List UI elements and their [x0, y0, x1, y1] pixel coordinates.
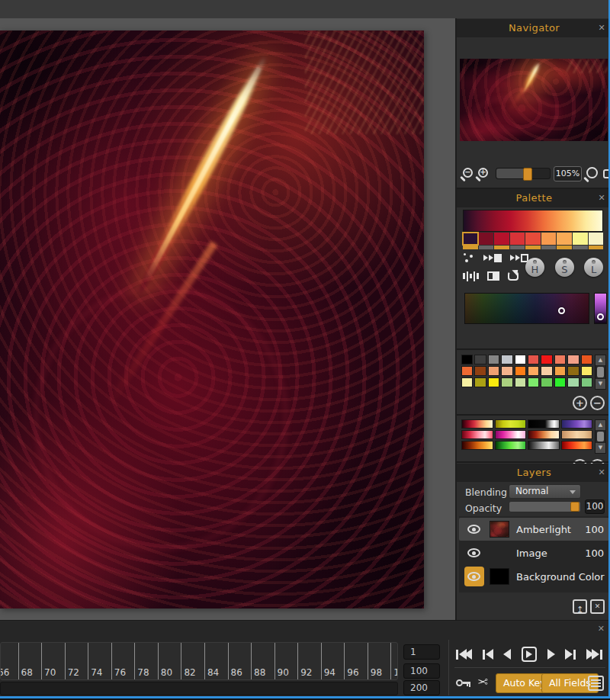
gradient-preset-swatch[interactable]: [528, 430, 560, 439]
color-field-picker[interactable]: [558, 307, 565, 314]
color-swatch[interactable]: [554, 366, 566, 376]
scroll-down-icon[interactable]: ▼: [596, 379, 605, 389]
zoom-slider[interactable]: [496, 168, 551, 179]
color-swatch[interactable]: [541, 377, 552, 387]
equalizer-icon[interactable]: [463, 271, 479, 281]
key-icon[interactable]: [456, 679, 471, 688]
export-layer-icon[interactable]: ↥: [573, 599, 587, 614]
half-fill-icon[interactable]: [487, 271, 499, 281]
opacity-slider-handle[interactable]: [570, 502, 580, 512]
color-swatch[interactable]: [515, 377, 526, 387]
color-swatch[interactable]: [541, 355, 552, 364]
color-swatch[interactable]: [501, 366, 512, 376]
apply-fill-icon[interactable]: [483, 254, 502, 262]
ramp-swatch[interactable]: [557, 233, 572, 245]
color-swatch[interactable]: [581, 377, 592, 387]
palette-close-icon[interactable]: ✕: [596, 189, 607, 207]
timeline-ruler[interactable]: 6668707274767880828486889092949698100: [0, 642, 398, 680]
color-swatch[interactable]: [567, 366, 579, 376]
zoom-value[interactable]: 105%: [554, 166, 582, 181]
play-button[interactable]: [522, 647, 537, 662]
color-swatch[interactable]: [461, 377, 473, 387]
color-swatch[interactable]: [515, 355, 526, 364]
color-swatch[interactable]: [528, 355, 539, 364]
lightness-button[interactable]: L: [584, 258, 603, 277]
color-field[interactable]: [464, 293, 589, 324]
scroll-up-icon[interactable]: ▲: [596, 420, 605, 430]
ramp-swatch[interactable]: [573, 233, 588, 245]
palette-ramp-gradient[interactable]: [463, 210, 603, 232]
keyframe-track[interactable]: [0, 682, 398, 695]
gradient-scrollbar[interactable]: ▲▼: [595, 419, 606, 454]
layers-close-icon[interactable]: ✕: [596, 464, 607, 482]
color-swatch[interactable]: [461, 355, 473, 364]
color-swatch[interactable]: [488, 377, 499, 387]
gradient-preset-swatch[interactable]: [461, 441, 493, 450]
layer-visibility-eye-icon[interactable]: [464, 543, 484, 563]
next-keyframe-button[interactable]: [565, 648, 576, 660]
remove-swatch-button[interactable]: −: [590, 396, 605, 410]
color-swatch[interactable]: [474, 377, 486, 387]
ramp-swatch[interactable]: [510, 233, 525, 245]
gradient-preset-swatch[interactable]: [528, 419, 560, 429]
opacity-slider[interactable]: [509, 501, 581, 512]
color-strip-picker[interactable]: [597, 313, 604, 320]
step-forward-button[interactable]: [547, 648, 555, 660]
gradient-preset-swatch[interactable]: [561, 430, 593, 439]
gradient-preset-swatch[interactable]: [495, 441, 527, 450]
cut-scissors-icon[interactable]: ✂: [477, 674, 488, 689]
canvas-artwork[interactable]: [0, 31, 424, 608]
opacity-value[interactable]: 100: [585, 499, 605, 514]
navigator-thumbnail[interactable]: [460, 59, 608, 141]
ramp-swatch[interactable]: [589, 233, 604, 245]
scatter-dots-icon[interactable]: [463, 252, 475, 263]
gradient-preset-swatch[interactable]: [495, 430, 527, 439]
color-swatch[interactable]: [581, 366, 592, 376]
range-end-field[interactable]: 200: [403, 680, 440, 695]
ramp-swatch[interactable]: [541, 233, 557, 245]
navigator-close-icon[interactable]: ✕: [596, 19, 607, 37]
apply-outline-icon[interactable]: [510, 254, 528, 262]
gradient-preset-swatch[interactable]: [561, 441, 593, 450]
blending-dropdown[interactable]: Normal: [509, 484, 581, 499]
delete-layer-icon[interactable]: ✕: [590, 599, 605, 614]
gradient-preset-swatch[interactable]: [528, 441, 560, 450]
gradient-preset-swatch[interactable]: [461, 419, 493, 429]
saturation-button[interactable]: S: [555, 258, 574, 277]
field-list-icon[interactable]: [588, 676, 604, 691]
ramp-swatch[interactable]: [525, 233, 541, 245]
color-swatch[interactable]: [567, 377, 579, 387]
range-start-field[interactable]: 100: [403, 663, 440, 679]
color-swatch[interactable]: [554, 355, 566, 364]
gradient-preset-swatch[interactable]: [461, 430, 493, 439]
layer-row[interactable]: Amberlight100: [459, 518, 609, 541]
color-swatch[interactable]: [554, 377, 566, 387]
scroll-up-icon[interactable]: ▲: [596, 355, 605, 365]
color-swatch[interactable]: [474, 355, 486, 364]
color-swatch[interactable]: [581, 355, 592, 364]
color-swatch[interactable]: [501, 355, 512, 364]
skip-to-start-button[interactable]: [456, 648, 472, 660]
gradient-preset-swatch[interactable]: [561, 419, 593, 429]
ramp-swatch[interactable]: [479, 233, 494, 245]
layer-row[interactable]: Background Color: [459, 565, 609, 588]
layer-row[interactable]: Image100: [459, 541, 609, 564]
ramp-swatch[interactable]: [463, 233, 478, 245]
skip-to-end-button[interactable]: [586, 648, 602, 660]
color-swatch[interactable]: [515, 366, 526, 376]
color-swatch[interactable]: [461, 366, 473, 376]
layer-visibility-eye-icon[interactable]: [464, 519, 484, 539]
color-swatch[interactable]: [567, 355, 579, 364]
color-swatch[interactable]: [474, 366, 486, 376]
color-swatch[interactable]: [488, 366, 499, 376]
color-swatch[interactable]: [528, 377, 539, 387]
color-swatch[interactable]: [541, 366, 552, 376]
color-swatch[interactable]: [501, 377, 512, 387]
layer-visibility-eye-icon[interactable]: [464, 567, 484, 586]
scroll-down-icon[interactable]: ▼: [596, 443, 605, 453]
cycle-icon[interactable]: [508, 271, 518, 281]
color-swatch[interactable]: [528, 366, 539, 376]
swatch-scrollbar[interactable]: ▲▼: [595, 355, 606, 390]
gradient-preset-swatch[interactable]: [495, 419, 527, 429]
ramp-swatch[interactable]: [494, 233, 509, 245]
